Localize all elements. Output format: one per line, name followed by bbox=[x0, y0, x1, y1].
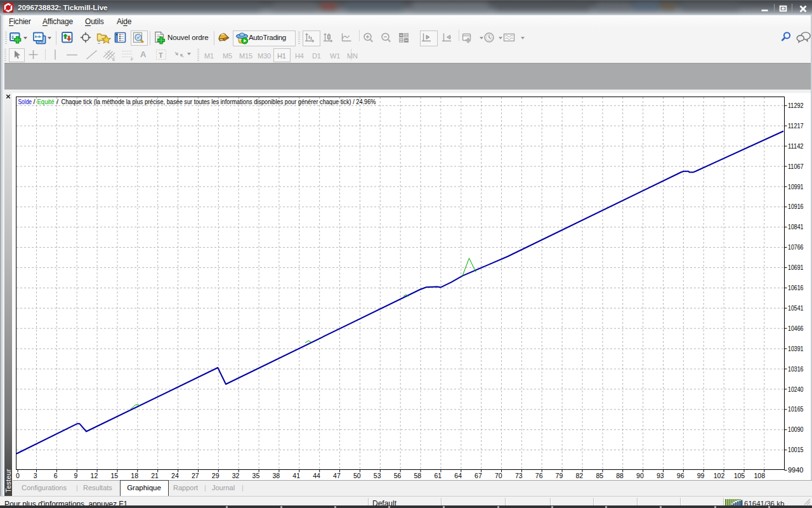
svg-text:56: 56 bbox=[394, 472, 402, 479]
svg-text:50: 50 bbox=[353, 472, 361, 479]
svg-text:10316: 10316 bbox=[788, 365, 804, 373]
svg-text:Solde: Solde bbox=[18, 98, 32, 105]
svg-text:27: 27 bbox=[192, 472, 199, 479]
svg-text:11217: 11217 bbox=[788, 122, 804, 130]
svg-text:10015: 10015 bbox=[788, 446, 804, 453]
svg-text:93: 93 bbox=[657, 472, 664, 479]
svg-text:64: 64 bbox=[454, 472, 462, 479]
svg-text:11067: 11067 bbox=[788, 163, 804, 170]
svg-text:29: 29 bbox=[212, 472, 219, 479]
svg-text:41: 41 bbox=[292, 472, 300, 479]
svg-text:10766: 10766 bbox=[788, 243, 804, 251]
svg-text:99: 99 bbox=[697, 472, 705, 479]
svg-text:38: 38 bbox=[272, 472, 280, 479]
svg-text:10991: 10991 bbox=[788, 183, 804, 190]
svg-text:10240: 10240 bbox=[788, 385, 804, 393]
svg-text:47: 47 bbox=[333, 472, 341, 479]
svg-text:11142: 11142 bbox=[788, 142, 804, 150]
svg-text:61: 61 bbox=[434, 472, 442, 479]
svg-text:73: 73 bbox=[515, 472, 523, 479]
svg-text:12: 12 bbox=[91, 472, 98, 479]
svg-text:24: 24 bbox=[171, 472, 179, 479]
svg-text:0: 0 bbox=[16, 472, 20, 479]
svg-text:9940: 9940 bbox=[788, 466, 804, 474]
svg-text:18: 18 bbox=[131, 472, 138, 479]
svg-text:10841: 10841 bbox=[788, 223, 804, 231]
svg-text:3: 3 bbox=[34, 472, 37, 479]
svg-text:11292: 11292 bbox=[788, 102, 804, 109]
svg-text:90: 90 bbox=[636, 472, 644, 479]
svg-text:Chaque tick (la méthode la plu: Chaque tick (la méthode la plus précise,… bbox=[62, 98, 376, 105]
svg-text:58: 58 bbox=[414, 472, 422, 479]
svg-text:67: 67 bbox=[475, 472, 482, 479]
svg-text:10691: 10691 bbox=[788, 264, 804, 271]
svg-text:108: 108 bbox=[754, 472, 765, 479]
svg-text:10466: 10466 bbox=[788, 324, 804, 332]
svg-text:10916: 10916 bbox=[788, 203, 804, 210]
svg-text:10391: 10391 bbox=[788, 345, 804, 352]
svg-text:53: 53 bbox=[374, 472, 381, 479]
svg-text:82: 82 bbox=[576, 472, 584, 479]
svg-text:10090: 10090 bbox=[788, 425, 804, 433]
svg-text:21: 21 bbox=[151, 472, 159, 479]
svg-text:10541: 10541 bbox=[788, 304, 804, 312]
svg-text:10165: 10165 bbox=[788, 405, 804, 413]
svg-text:70: 70 bbox=[495, 472, 502, 479]
svg-text:9: 9 bbox=[74, 472, 78, 479]
svg-text:76: 76 bbox=[535, 472, 543, 479]
svg-text:15: 15 bbox=[111, 472, 119, 479]
svg-text:85: 85 bbox=[596, 472, 603, 479]
svg-text:32: 32 bbox=[232, 472, 240, 479]
svg-text:102: 102 bbox=[714, 472, 725, 479]
svg-text:6: 6 bbox=[54, 472, 58, 479]
svg-text:10616: 10616 bbox=[788, 284, 804, 291]
svg-text:Equité: Equité bbox=[37, 98, 55, 105]
svg-text:105: 105 bbox=[734, 472, 745, 479]
svg-text:79: 79 bbox=[556, 472, 563, 479]
svg-text:96: 96 bbox=[677, 472, 684, 479]
svg-text:35: 35 bbox=[252, 472, 260, 479]
svg-text:88: 88 bbox=[616, 472, 624, 479]
svg-text:44: 44 bbox=[313, 472, 320, 479]
